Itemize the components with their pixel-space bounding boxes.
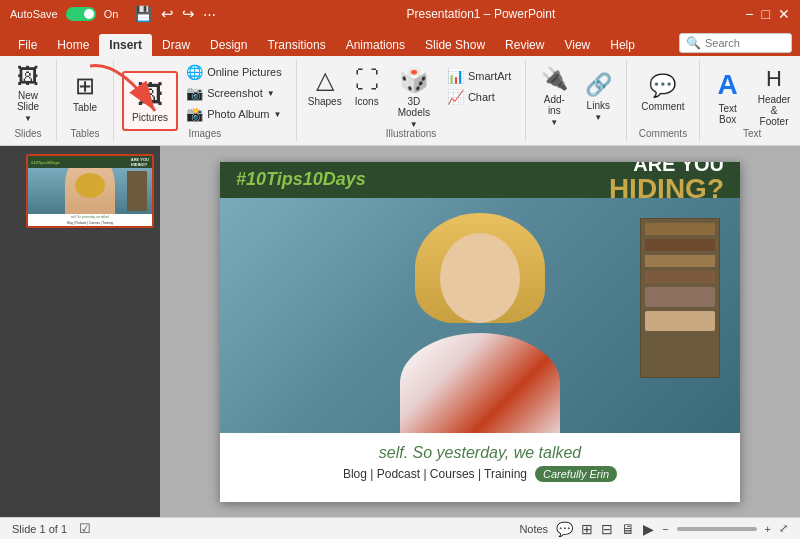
table-label: Table [73,102,97,113]
tab-slideshow[interactable]: Slide Show [415,34,495,56]
ribbon-group-comments: 💬 Comment Comments [627,60,699,141]
normal-view-icon[interactable]: ⊞ [581,521,593,537]
maximize-btn[interactable]: □ [762,6,770,22]
slideshow-icon[interactable]: ▶ [643,521,654,537]
tab-review[interactable]: Review [495,34,554,56]
shapes-button[interactable]: △ Shapes [305,62,345,111]
zoom-out-icon[interactable]: − [662,523,668,535]
reading-view-icon[interactable]: 🖥 [621,521,635,537]
tab-transitions[interactable]: Transitions [257,34,335,56]
minimize-btn[interactable]: − [745,6,753,22]
screenshot-dropdown-icon: ▼ [267,89,275,98]
screenshot-button[interactable]: 📷 Screenshot ▼ [180,83,288,103]
slide-signature: Carefully Erin [535,466,617,482]
undo-icon[interactable]: ↩ [161,5,174,23]
tab-draw[interactable]: Draw [152,34,200,56]
notes-button[interactable]: Notes [519,523,548,535]
ribbon-group-tables: ⊞ Table Tables [57,60,114,141]
ribbon-tabs: File Home Insert Draw Design Transitions… [0,28,800,56]
close-btn[interactable]: ✕ [778,6,790,22]
blog-text-content: Blog | Podcast | Courses | Training [343,467,527,481]
canvas-area[interactable]: #10Tips10Days ARE YOU HIDING? [160,146,800,517]
tab-view[interactable]: View [554,34,600,56]
slide-info: Slide 1 of 1 [12,523,67,535]
slide-footer: self. So yesterday, we talked Blog | Pod… [220,433,740,493]
tables-group-label: Tables [71,128,100,139]
textbox-label: TextBox [718,103,736,125]
autosave-label: AutoSave [10,8,58,20]
status-right: Notes 💬 ⊞ ⊟ 🖥 ▶ − + ⤢ [519,521,788,537]
textbox-icon: A [718,69,738,101]
redo-icon[interactable]: ↪ [182,5,195,23]
tab-home[interactable]: Home [47,34,99,56]
comments-view-icon[interactable]: 💬 [556,521,573,537]
accessibility-icon[interactable]: ☑ [79,521,91,536]
smartart-button[interactable]: 📊 SmartArt [441,66,517,86]
3d-models-button[interactable]: 🎲 3D Models ▼ [389,62,439,133]
header-footer-icon: H [766,66,782,92]
new-slide-icon: 🖼 [17,66,39,88]
fit-slide-icon[interactable]: ⤢ [779,522,788,535]
textbox-button[interactable]: A TextBox [708,65,748,129]
photo-album-button[interactable]: 📸 Photo Album ▼ [180,104,288,124]
tab-design[interactable]: Design [200,34,257,56]
header-footer-label: Header& Footer [758,94,791,127]
slide-thumbnail-1[interactable]: #10Tips10Days ARE YOUHIDING? self. So ye… [26,154,154,228]
zoom-slider[interactable] [677,527,757,531]
chart-button[interactable]: 📈 Chart [441,87,517,107]
new-slide-button[interactable]: 🖼 NewSlide ▼ [8,62,48,127]
pictures-label: Pictures [132,112,168,123]
photo-album-label: Photo Album [207,108,269,120]
screenshot-icon: 📷 [186,85,203,101]
status-bar: Slide 1 of 1 ☑ Notes 💬 ⊞ ⊟ 🖥 ▶ − + ⤢ [0,517,800,539]
online-pictures-icon: 🌐 [186,64,203,80]
ribbon-group-images: 🖼 Pictures 🌐 Online Pictures 📷 Screensho… [114,60,297,141]
addins-dropdown-icon: ▼ [550,118,558,127]
images-group-label: Images [188,128,221,139]
tab-help[interactable]: Help [600,34,645,56]
comment-button[interactable]: 💬 Comment [635,69,690,116]
online-pictures-button[interactable]: 🌐 Online Pictures [180,62,288,82]
new-slide-label: NewSlide [17,90,39,112]
autosave-on: On [104,8,119,20]
tab-file[interactable]: File [8,34,47,56]
slide-blog-text: Blog | Podcast | Courses | Training Care… [236,466,724,482]
title-bar: AutoSave On 💾 ↩ ↪ ⋯ Presentation1 – Powe… [0,0,800,28]
links-button[interactable]: 🔗 Links ▼ [578,68,618,126]
person-figure [370,213,590,433]
addins-button[interactable]: 🔌 Add-ins ▼ [534,62,574,131]
pictures-icon: 🖼 [137,79,163,110]
save-icon[interactable]: 💾 [134,5,153,23]
window-controls: − □ ✕ [745,6,790,22]
icons-button[interactable]: ⛶ Icons [347,62,387,111]
links-label: Links [587,100,610,111]
ribbon-group-addins: 🔌 Add-ins ▼ 🔗 Links ▼ [526,60,627,141]
slidesorter-icon[interactable]: ⊟ [601,521,613,537]
ribbon-group-text: A TextBox H Header& Footer Text [700,60,800,141]
table-button[interactable]: ⊞ Table [65,68,105,117]
slide-video-area[interactable] [220,198,740,433]
pictures-button[interactable]: 🖼 Pictures [122,71,178,131]
tab-insert[interactable]: Insert [99,34,152,56]
comment-icon: 💬 [649,73,676,99]
slide-hashtag: #10Tips10Days [236,169,366,190]
tab-animations[interactable]: Animations [336,34,415,56]
slides-group-label: Slides [14,128,41,139]
slide-person-background [220,198,740,433]
slide-self-text: self. So yesterday, we talked [236,444,724,462]
new-slide-dropdown-icon[interactable]: ▼ [24,114,32,123]
smartart-label: SmartArt [468,70,511,82]
chart-label: Chart [468,91,495,103]
search-box[interactable]: 🔍 [679,33,792,53]
photo-album-dropdown-icon: ▼ [274,110,282,119]
autosave-toggle[interactable] [66,7,96,21]
search-input[interactable] [705,37,785,49]
header-footer-button[interactable]: H Header& Footer [752,62,797,131]
slide-canvas[interactable]: #10Tips10Days ARE YOU HIDING? [220,162,740,502]
3d-models-icon: 🎲 [399,66,429,94]
title-bar-left: AutoSave On 💾 ↩ ↪ ⋯ [10,5,216,23]
illustrations-group-label: Illustrations [386,128,437,139]
customize-icon[interactable]: ⋯ [203,7,216,22]
zoom-in-icon[interactable]: + [765,523,771,535]
search-icon: 🔍 [686,36,701,50]
